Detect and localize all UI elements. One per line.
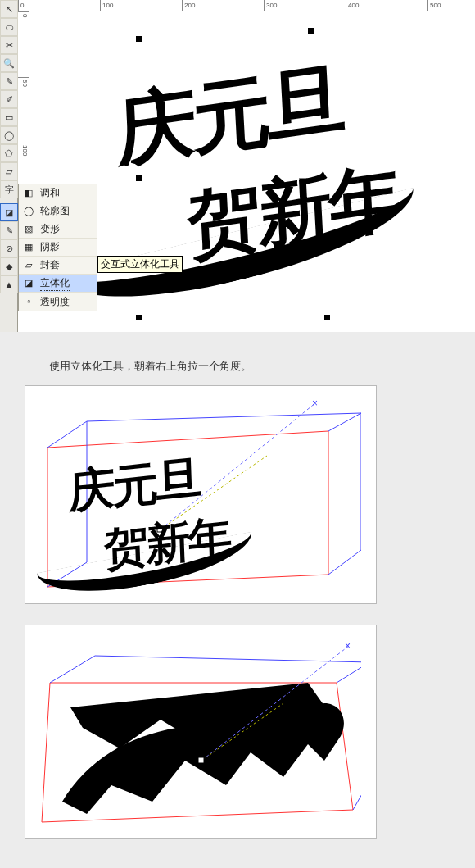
tool-shape-edit[interactable]: ⬭ (0, 18, 18, 36)
shadow-icon: ▦ (22, 241, 35, 254)
handle-tc[interactable] (308, 28, 314, 34)
artwork-text[interactable]: 庆元旦 贺新年 (115, 26, 475, 285)
handle-tl[interactable] (136, 36, 142, 42)
caption-step3: 这时候，字体变成黑黑的， (0, 860, 475, 868)
handle-bc[interactable] (324, 315, 330, 320)
tool-ellipse[interactable]: ◯ (0, 126, 18, 144)
svg-text:×: × (345, 640, 351, 652)
tutorial-area: 使用立体化工具，朝着右上角拉一个角度。 × 庆元旦 贺新年 (0, 332, 475, 868)
app-screenshot: 0100200300400500 050100150200 庆元旦 贺新年 ↖ … (0, 0, 475, 332)
distort-icon: ▧ (22, 223, 35, 236)
extrude-result-svg: × (38, 638, 361, 826)
svg-rect-7 (198, 757, 204, 763)
flyout-extrude[interactable]: ◪立体化 (19, 275, 97, 293)
tooltip-extrude: 交互式立体化工具 (97, 256, 183, 273)
caption-step2: 使用立体化工具，朝着右上角拉一个角度。 (0, 352, 475, 385)
interactive-tool-flyout: ◧调和 ◯轮廓图 ▧变形 ▦阴影 ▱封套 ◪立体化 ♀透明度 (18, 184, 97, 311)
step2-panel: × 庆元旦 贺新年 (25, 385, 377, 604)
flyout-envelope[interactable]: ▱封套 (19, 257, 97, 275)
extrude-icon: ◪ (22, 277, 35, 290)
tool-eyedropper[interactable]: ✎ (0, 221, 18, 239)
tool-outline[interactable]: ⊘ (0, 239, 18, 257)
tool-zoom[interactable]: 🔍 (0, 54, 18, 72)
handle-bl[interactable] (136, 315, 142, 320)
tool-smart[interactable]: ✐ (0, 90, 18, 108)
transparency-icon: ♀ (22, 295, 35, 308)
ruler-horizontal: 0100200300400500 (18, 0, 475, 11)
tool-interactive[interactable]: ◪ (0, 203, 18, 221)
flyout-blend[interactable]: ◧调和 (19, 184, 97, 202)
handle-ml[interactable] (136, 175, 142, 181)
tool-crop[interactable]: ✂ (0, 36, 18, 54)
step3-panel: × (25, 625, 377, 839)
envelope-icon: ▱ (22, 259, 35, 272)
flyout-drop-shadow[interactable]: ▦阴影 (19, 239, 97, 257)
tool-interactive-fill[interactable]: ▲ (0, 275, 18, 293)
tool-rectangle[interactable]: ▭ (0, 108, 18, 126)
tool-basic-shapes[interactable]: ▱ (0, 162, 18, 180)
blend-icon: ◧ (22, 187, 35, 200)
tool-pick[interactable]: ↖ (0, 0, 18, 18)
flyout-distort[interactable]: ▧变形 (19, 220, 97, 239)
flyout-transparency[interactable]: ♀透明度 (19, 293, 97, 311)
toolbox: ↖ ⬭ ✂ 🔍 ✎ ✐ ▭ ◯ ⬠ ▱ 字 ◪ ✎ ⊘ ◆ ▲ (0, 0, 18, 332)
tool-polygon[interactable]: ⬠ (0, 144, 18, 162)
tool-fill[interactable]: ◆ (0, 257, 18, 275)
tool-text[interactable]: 字 (0, 180, 18, 198)
flyout-contour[interactable]: ◯轮廓图 (19, 202, 97, 220)
contour-icon: ◯ (22, 205, 35, 218)
svg-text:×: × (312, 398, 318, 409)
tool-freehand[interactable]: ✎ (0, 72, 18, 90)
